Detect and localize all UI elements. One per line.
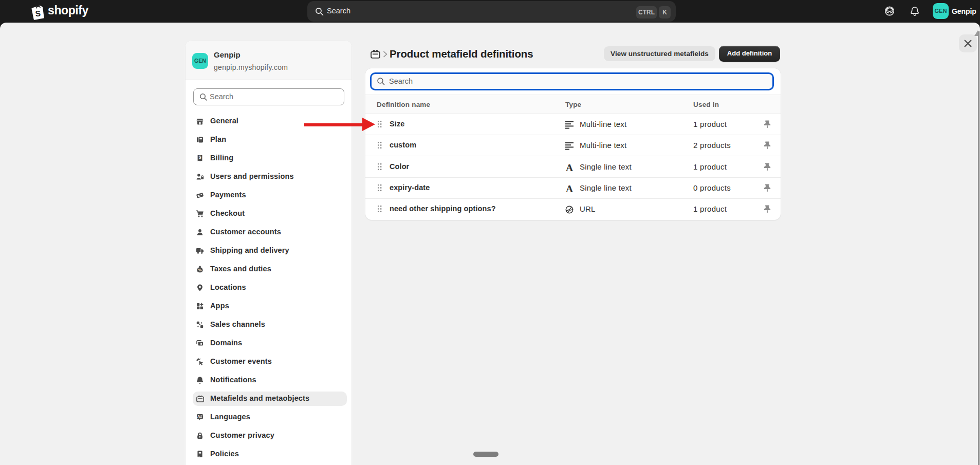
svg-text:S: S <box>35 9 41 18</box>
svg-text:A: A <box>197 414 200 419</box>
svg-text:%: % <box>198 268 201 272</box>
svg-text:A: A <box>566 184 573 193</box>
svg-text:$: $ <box>199 155 201 160</box>
svg-text:A: A <box>566 163 573 172</box>
